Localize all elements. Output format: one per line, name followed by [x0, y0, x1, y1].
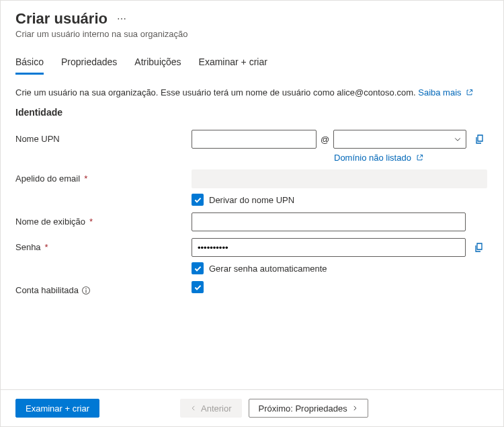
chevron-right-icon — [351, 405, 358, 412]
chevron-left-icon — [190, 405, 197, 412]
account-enabled-label: Conta habilitada — [15, 281, 192, 295]
learn-more-link[interactable]: Saiba mais — [418, 87, 473, 98]
section-identity-title: Identidade — [15, 107, 489, 118]
more-menu-icon[interactable]: ⋯ — [117, 13, 127, 24]
info-icon[interactable] — [81, 286, 91, 295]
checkmark-icon — [194, 264, 202, 273]
password-label: Senha* — [15, 238, 192, 252]
checkmark-icon — [194, 196, 202, 204]
display-name-label: Nome de exibição* — [15, 212, 192, 227]
external-link-icon — [416, 154, 423, 161]
domain-not-listed-link[interactable]: Domínio não listado — [334, 153, 489, 163]
external-link-icon — [466, 89, 473, 96]
derive-upn-label: Derivar do nome UPN — [209, 195, 294, 205]
tab-propriedades[interactable]: Propriedades — [61, 56, 117, 75]
intro-text: Crie um usuário na sua organização. Esse… — [15, 87, 416, 98]
checkmark-icon — [194, 283, 202, 292]
upn-label: Nome UPN — [15, 130, 192, 144]
chevron-down-icon — [454, 135, 462, 143]
review-create-button[interactable]: Examinar + criar — [15, 399, 99, 418]
account-enabled-checkbox[interactable] — [192, 281, 204, 293]
tab-atribuicoes[interactable]: Atribuições — [134, 56, 181, 75]
page-title: Criar usuário — [15, 10, 108, 28]
copy-password-icon[interactable] — [474, 242, 485, 253]
mail-nickname-label: Apelido do email* — [15, 169, 192, 184]
svg-point-1 — [85, 288, 87, 289]
upn-domain-select[interactable] — [333, 130, 466, 149]
copy-upn-icon[interactable] — [474, 134, 485, 145]
tab-basico[interactable]: Básico — [15, 56, 44, 75]
upn-local-input[interactable] — [192, 130, 317, 149]
password-input[interactable] — [192, 238, 466, 257]
auto-password-checkbox[interactable] — [192, 262, 204, 274]
page-subtitle: Criar um usuário interno na sua organiza… — [15, 29, 489, 39]
auto-password-label: Gerar senha automaticamente — [209, 264, 327, 274]
derive-upn-checkbox[interactable] — [192, 194, 204, 206]
tab-examinar-criar[interactable]: Examinar + criar — [199, 56, 267, 75]
next-button[interactable]: Próximo: Propriedades — [249, 399, 368, 418]
at-sign: @ — [321, 134, 329, 145]
mail-nickname-readonly — [192, 169, 487, 188]
svg-rect-2 — [85, 290, 86, 293]
previous-button: Anterior — [180, 399, 242, 418]
display-name-input[interactable] — [192, 212, 466, 231]
